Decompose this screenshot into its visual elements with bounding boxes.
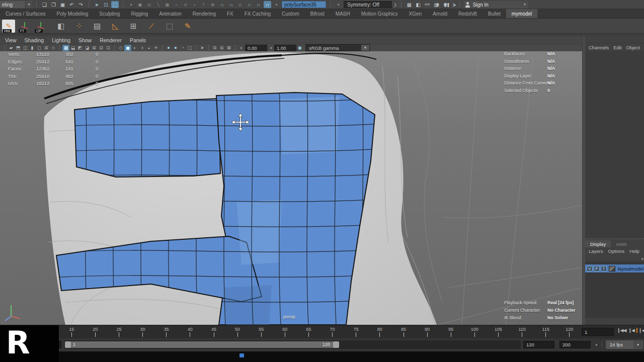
input-operation-arrow-icon[interactable]: ▾ [335,1,342,8]
select-by-hierarchy-icon[interactable]: ▣ [136,1,144,8]
shelf-tab[interactable]: Redshift [453,9,482,18]
shelf-tool-icon[interactable]: ◧ [54,20,67,33]
shelf-tool-icon[interactable]: ▤ [91,20,104,33]
film-gate-icon[interactable]: ⬓ [69,45,76,51]
snap-options-arrow-icon[interactable]: ▾ [273,1,280,8]
isolate-select-icon[interactable]: ➤ [199,45,206,51]
shelf-freeze-transform-button[interactable]: FT [18,20,31,33]
snap-view-plane-icon[interactable]: ∩ [255,1,262,8]
shelf-tab[interactable]: Rendering [187,9,221,18]
shelf-tab[interactable]: Sculpting [94,9,125,18]
mask-deformer-icon[interactable]: ⊙ [182,1,189,8]
shelf-center-pivot-button[interactable]: CP [34,20,47,33]
layer-panel-tab[interactable]: Anim [611,240,632,247]
shelf-tool-icon[interactable]: ◺ [109,20,122,33]
shelf-tab[interactable]: Arnold [427,9,453,18]
shelf-tab[interactable]: XGen [404,9,428,18]
ambient-occlusion-icon[interactable]: ● [172,45,179,51]
textured-icon[interactable]: ◑ [138,45,145,51]
render-view-icon[interactable]: ▦ [406,1,413,8]
use-default-material-icon[interactable]: ◒ [145,45,152,51]
live-object-field[interactable] [282,1,326,8]
playback-end-field[interactable] [523,341,554,348]
select-camera-icon[interactable]: ▰ [8,45,15,51]
pan-zoom-icon[interactable]: ⊞ [43,45,50,51]
view-transform-icon[interactable]: ◉ [296,45,303,51]
open-scene-icon[interactable]: ❐ [50,1,57,8]
layer-visibility-toggle[interactable]: V [587,266,593,272]
viewport[interactable]: Verts:13110 3020 Edges:25412 5410 Faces:… [0,51,582,325]
range-end-handle[interactable] [333,341,339,348]
go-to-start-button[interactable]: ❙◀◀ [617,328,626,333]
exposure-icon[interactable]: ◐ [238,45,245,51]
mask-curve-icon[interactable]: ⌁ [173,1,180,8]
pause-icon[interactable]: ❚❚ [443,1,450,8]
shelf-tool-icon[interactable]: ⟋ [145,20,158,33]
snap-point-icon[interactable]: ∩ [236,1,244,8]
shelf-tab[interactable]: mymodel [506,9,538,18]
shelf-tab[interactable]: Bifrost [304,9,330,18]
ipr-render-icon[interactable]: IPR [424,1,431,8]
viewport-canvas[interactable] [0,51,582,325]
selection-mask-arrow-icon[interactable]: ▾ [127,1,135,8]
snap-curve-icon[interactable]: ∩ [227,1,235,8]
shelf-tool-icon[interactable]: ⁘ [72,20,86,33]
menu-set-dropdown[interactable]: eling ▾ [0,1,32,8]
range-slider-track[interactable]: 1 120 [64,340,521,349]
gamma-field[interactable] [274,45,296,51]
shadows-icon[interactable]: ● [165,45,172,51]
undo-icon[interactable]: ↶ [68,1,75,8]
image-plane-icon[interactable]: ◻ [36,45,43,51]
save-scene-icon[interactable]: ▣ [59,1,66,8]
panel-menu-item[interactable]: Panels [130,37,146,43]
layer-display-type-toggle[interactable]: T [601,266,607,272]
shelf-tab[interactable]: Animation [153,9,187,18]
mask-misc-icon[interactable]: ？ [200,1,207,8]
layer-color-swatch[interactable] [609,266,615,272]
range-start-handle[interactable] [65,341,71,348]
symmetry-selector[interactable]: Symmetry: Off [344,1,392,8]
field-chart-icon[interactable]: ⊞ [91,45,98,51]
shelf-tab[interactable]: Rigging [125,9,153,18]
gate-mask-icon[interactable]: ◪ [84,45,91,51]
lock-selection-icon[interactable]: ⊠ [209,1,216,8]
smooth-shade-icon[interactable]: ◼ [124,45,131,51]
step-back-frame-button[interactable]: ❙◀ [628,328,634,333]
resolution-gate-icon[interactable]: ◩ [76,45,84,51]
gamma-icon[interactable]: ◑ [267,45,274,51]
layer-panel-menu-item[interactable]: Layers [589,248,603,254]
range-slider[interactable]: 1 120 [65,341,339,348]
shelf-tab[interactable]: Curves / Surfaces [0,9,51,18]
shelf-history-button[interactable]: ✎ Hist [2,20,15,33]
channel-box-menu-item[interactable]: Channels [589,45,609,50]
shelf-tab[interactable]: Custom [276,9,304,18]
select-tool-icon[interactable]: ➤ [93,1,101,8]
make-live-icon[interactable]: ∩ [264,1,271,8]
panel-menu-item[interactable]: Show [78,37,92,43]
shelf-tab[interactable]: FX [221,9,239,18]
render-current-frame-icon[interactable]: ◧ [415,1,422,8]
panel-menu-item[interactable]: Shading [25,37,44,43]
component-select-icon[interactable]: ⬚ [111,1,119,8]
exposure-field[interactable] [245,45,267,51]
view-transform-dropdown[interactable]: sRGB gamma ▾ [305,44,370,51]
panel-collapse-arrow-icon[interactable]: ◂ [641,256,643,261]
evaluation-manager-icon[interactable]: ❖ [434,1,441,8]
all-lights-icon[interactable]: ✳ [152,45,159,51]
shelf-tab[interactable]: Bullet [482,9,506,18]
fps-dropdown[interactable]: 24 fps ▾ [606,340,643,349]
shelf-tool-icon[interactable]: ⬚ [163,20,176,33]
mask-dynamics-icon[interactable]: ＋ [191,1,198,8]
xray-icon[interactable]: ⧉ [211,45,218,51]
plugin-shading-icon[interactable]: ▢ [186,45,193,51]
animation-end-field[interactable] [559,341,591,348]
layer-playback-toggle[interactable]: P [594,266,600,272]
panel-menu-item[interactable]: Renderer [100,37,122,43]
mask-mesh-icon[interactable]: ▦ [164,1,171,8]
panel-drag-handle[interactable] [585,36,644,43]
orientation-icon[interactable]: ◇ [50,45,57,51]
safe-action-icon[interactable]: ⊟ [98,45,105,51]
step-back-key-button[interactable]: ❙◀ [636,328,644,333]
select-by-object-icon[interactable]: ◎ [145,1,153,8]
xray-joints-icon[interactable]: ⧉ [218,45,225,51]
